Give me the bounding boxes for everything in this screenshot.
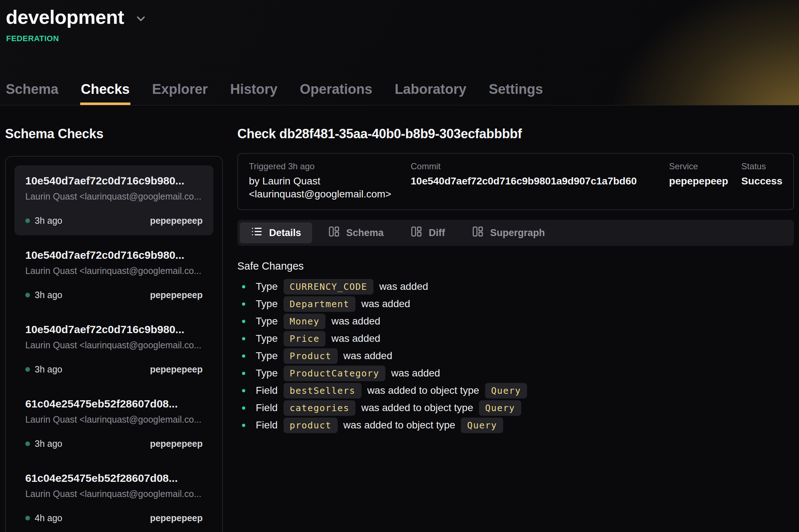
page-content: Schema Checks 10e540d7aef72c0d716c9b980.… xyxy=(0,105,799,532)
check-list-item[interactable]: 10e540d7aef72c0d716c9b980... Laurin Quas… xyxy=(14,314,213,384)
bullet-dot-icon xyxy=(242,354,245,358)
tab-label: Settings xyxy=(489,82,543,97)
bullet-dot-icon xyxy=(242,285,245,288)
safe-changes-title: Safe Changes xyxy=(237,260,794,272)
change-suffix: was added xyxy=(391,367,440,379)
meta-commit: Commit 10e540d7aef72c0d716c9b9801a9d907c… xyxy=(411,161,669,188)
check-time: 3h ago xyxy=(25,364,62,375)
status-dot-icon xyxy=(25,516,30,520)
change-prefix: Field xyxy=(256,402,278,414)
check-commit-id: 61c04e25475eb52f28607d08... xyxy=(25,398,203,410)
tab-checks[interactable]: Checks xyxy=(80,82,130,105)
bullet-dot-icon xyxy=(242,389,245,392)
check-list-item[interactable]: 10e540d7aef72c0d716c9b980... Laurin Quas… xyxy=(14,165,213,235)
check-list-item[interactable]: 61c04e25475eb52f28607d08... Laurin Quast… xyxy=(14,388,213,458)
check-commit-id: 10e540d7aef72c0d716c9b980... xyxy=(25,175,203,187)
service-label: Service xyxy=(669,161,741,172)
check-detail-panel: Check db28f481-35aa-40b0-b8b9-303ecfabbb… xyxy=(237,105,794,434)
bullet-dot-icon xyxy=(242,337,245,340)
bullet-dot-icon xyxy=(242,424,245,427)
change-code-chip: Money xyxy=(284,314,326,329)
change-target-chip: Query xyxy=(485,383,527,398)
tab-label: Operations xyxy=(300,82,372,97)
check-meta-box: Triggered 3h ago by Laurin Quast <laurin… xyxy=(237,153,794,210)
change-code-chip: product xyxy=(284,418,338,433)
change-code-chip: Price xyxy=(284,331,326,346)
status-dot-icon xyxy=(25,367,30,372)
change-code-chip: Product xyxy=(284,348,338,364)
change-code-chip: bestSellers xyxy=(284,383,362,398)
project-type-badge: FEDERATION xyxy=(6,34,799,43)
triggered-by-value: by Laurin Quast <laurinquast@googlemail.… xyxy=(249,175,402,201)
tab-laboratory[interactable]: Laboratory xyxy=(394,82,467,105)
view-tab-label: Schema xyxy=(346,227,384,239)
status-dot-icon xyxy=(25,293,30,297)
check-service: pepepepeep xyxy=(150,439,203,449)
view-tab-supergraph[interactable]: Supergraph xyxy=(461,222,556,243)
view-tab-details[interactable]: Details xyxy=(240,222,312,243)
check-author: Laurin Quast <laurinquast@googlemail.co.… xyxy=(25,191,203,202)
commit-value: 10e540d7aef72c0d716c9b9801a9d907c1a7bd60 xyxy=(411,175,669,188)
change-prefix: Type xyxy=(256,350,278,362)
check-author: Laurin Quast <laurinquast@googlemail.co.… xyxy=(25,340,203,350)
meta-status: Status Success xyxy=(741,161,782,188)
tab-explorer[interactable]: Explorer xyxy=(151,82,208,105)
change-suffix: was added to object type xyxy=(367,385,479,396)
change-code-chip: Department xyxy=(284,296,356,312)
change-prefix: Field xyxy=(256,419,278,431)
tab-label: History xyxy=(230,82,277,97)
check-service: pepepepeep xyxy=(150,513,203,523)
change-suffix: was added xyxy=(331,315,380,327)
bullet-dot-icon xyxy=(242,372,245,375)
bullet-dot-icon xyxy=(242,302,245,306)
change-item: Type ProductCategory was added xyxy=(237,365,794,382)
change-prefix: Type xyxy=(256,281,278,292)
view-tab-diff[interactable]: Diff xyxy=(400,222,456,243)
check-title: Check db28f481-35aa-40b0-b8b9-303ecfabbb… xyxy=(237,126,794,141)
check-view-tabs: Details Schema Diff xyxy=(237,220,794,246)
tab-schema[interactable]: Schema xyxy=(5,82,59,105)
tab-settings[interactable]: Settings xyxy=(488,82,544,105)
change-code-chip: categories xyxy=(284,400,356,416)
check-list-item[interactable]: 10e540d7aef72c0d716c9b980... Laurin Quas… xyxy=(14,240,213,310)
change-target-chip: Query xyxy=(461,418,503,433)
check-service: pepepepeep xyxy=(150,290,203,300)
check-author: Laurin Quast <laurinquast@googlemail.co.… xyxy=(25,489,203,499)
columns-icon xyxy=(410,226,422,240)
project-selector-button[interactable] xyxy=(134,12,147,27)
check-commit-id: 10e540d7aef72c0d716c9b980... xyxy=(25,323,203,336)
view-tab-label: Details xyxy=(269,227,301,239)
project-name: development xyxy=(6,6,124,28)
tab-operations[interactable]: Operations xyxy=(299,82,373,105)
check-commit-id: 10e540d7aef72c0d716c9b980... xyxy=(25,249,203,261)
change-target-chip: Query xyxy=(479,400,521,416)
view-tab-label: Supergraph xyxy=(490,227,545,239)
tab-history[interactable]: History xyxy=(229,82,278,105)
change-code-chip: ProductCategory xyxy=(284,366,385,381)
change-item: Type Money was added xyxy=(237,313,794,330)
meta-triggered: Triggered 3h ago by Laurin Quast <laurin… xyxy=(249,161,411,201)
commit-label: Commit xyxy=(411,161,669,172)
change-item: Field product was added to object type Q… xyxy=(237,417,794,434)
check-list-item[interactable]: 61c04e25475eb52f28607d08... Laurin Quast… xyxy=(14,463,213,532)
change-suffix: was added xyxy=(344,350,392,362)
sidebar-title: Schema Checks xyxy=(5,126,223,141)
status-dot-icon xyxy=(25,218,30,223)
change-item: Type CURRENCY_CODE was added xyxy=(237,278,794,295)
list-icon xyxy=(251,226,263,240)
check-author: Laurin Quast <laurinquast@googlemail.co.… xyxy=(25,266,203,276)
status-dot-icon xyxy=(25,441,30,446)
check-time: 3h ago xyxy=(25,215,62,226)
change-item: Type Price was added xyxy=(237,330,794,347)
change-prefix: Field xyxy=(256,385,278,396)
triggered-label: Triggered 3h ago xyxy=(249,161,402,172)
view-tab-schema[interactable]: Schema xyxy=(317,222,395,243)
tab-label: Schema xyxy=(6,82,59,97)
view-tab-label: Diff xyxy=(429,227,445,239)
change-prefix: Type xyxy=(256,367,278,379)
change-prefix: Type xyxy=(256,333,278,344)
status-label: Status xyxy=(741,161,782,172)
check-time: 4h ago xyxy=(25,513,62,523)
change-item: Field bestSellers was added to object ty… xyxy=(237,382,794,399)
change-suffix: was added xyxy=(331,333,380,344)
